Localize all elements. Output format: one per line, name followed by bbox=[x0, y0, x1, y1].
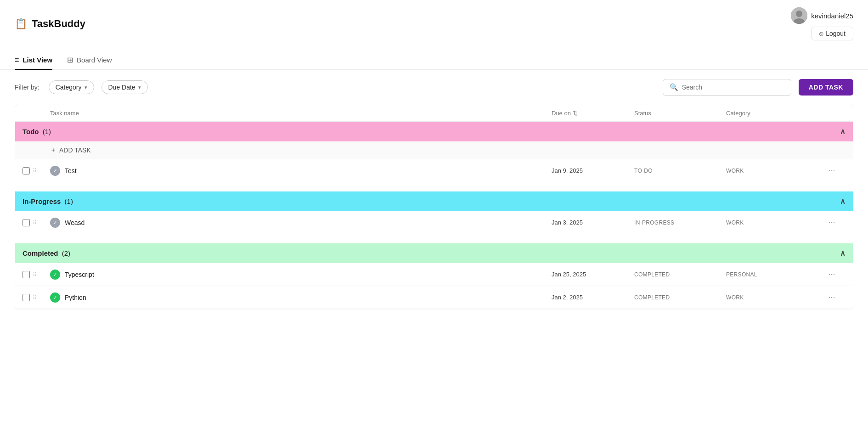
svg-point-1 bbox=[796, 11, 802, 17]
task-category-t1: WORK bbox=[726, 168, 818, 174]
task-check-area-t2: ⠿ bbox=[23, 219, 50, 226]
section-header-todo[interactable]: Todo (1) ∧ bbox=[15, 122, 853, 141]
gap-1 bbox=[15, 182, 853, 191]
table-row: ⠿ ✓ Test Jan 9, 2025 TO-DO WORK ··· bbox=[15, 159, 853, 182]
task-name-area-t4: ✓ Pythion bbox=[50, 292, 552, 303]
section-inprogress-label: In-Progress (1) bbox=[23, 197, 73, 205]
header: 📋 TaskBuddy kevindaniel25 ⎋ Logout bbox=[0, 0, 868, 48]
tab-board-view[interactable]: ⊞ Board View bbox=[67, 56, 112, 70]
search-icon: 🔍 bbox=[670, 83, 678, 91]
section-completed-label: Completed (2) bbox=[23, 249, 70, 257]
col-due-on: Due on ⇅ bbox=[552, 110, 634, 117]
due-date-chevron-icon: ▾ bbox=[138, 84, 141, 90]
gap-2 bbox=[15, 234, 853, 243]
section-inprogress-count: (1) bbox=[65, 197, 73, 205]
task-due-t2: Jan 3, 2025 bbox=[552, 219, 634, 226]
plus-icon-todo: ＋ bbox=[50, 146, 56, 154]
category-filter-label: Category bbox=[56, 84, 82, 91]
completed-collapse-icon: ∧ bbox=[840, 249, 845, 258]
task-name-t3: Typescript bbox=[65, 271, 94, 278]
user-area: kevindaniel25 ⎋ Logout bbox=[791, 7, 853, 40]
col-category: Category bbox=[726, 110, 818, 117]
task-check-area: ⠿ bbox=[23, 167, 50, 174]
task-category-t3: PERSONAL bbox=[726, 271, 818, 278]
section-todo-label: Todo (1) bbox=[23, 128, 51, 135]
task-table: Task name Due on ⇅ Status Category Todo … bbox=[15, 105, 853, 309]
toolbar: Filter by: Category ▾ Due Date ▾ 🔍 ADD T… bbox=[0, 70, 868, 105]
task-checkbox-t4[interactable] bbox=[23, 294, 30, 301]
task-status-icon-t1: ✓ bbox=[50, 166, 60, 176]
add-task-inline-todo: ＋ ADD TASK bbox=[15, 141, 853, 159]
task-name-area-t3: ✓ Typescript bbox=[50, 270, 552, 280]
col-checkbox bbox=[23, 110, 50, 117]
sort-icon: ⇅ bbox=[573, 110, 578, 117]
logout-icon: ⎋ bbox=[819, 30, 823, 37]
task-category-t2: WORK bbox=[726, 219, 818, 226]
drag-handle-t2[interactable]: ⠿ bbox=[33, 219, 37, 226]
task-due-t4: Jan 2, 2025 bbox=[552, 294, 634, 301]
avatar bbox=[791, 7, 807, 24]
filter-by-label: Filter by: bbox=[15, 84, 39, 91]
app-title: TaskBuddy bbox=[32, 18, 85, 30]
task-check-area-t4: ⠿ bbox=[23, 294, 50, 301]
logout-label: Logout bbox=[826, 30, 845, 37]
task-status-t3: COMPLETED bbox=[634, 271, 726, 278]
task-due-t1: Jan 9, 2025 bbox=[552, 167, 634, 174]
task-name-area-t2: ✓ Weasd bbox=[50, 218, 552, 228]
search-box: 🔍 bbox=[663, 79, 791, 96]
task-status-t2: IN-PROGRESS bbox=[634, 219, 726, 226]
logout-button[interactable]: ⎋ Logout bbox=[812, 27, 853, 40]
task-more-btn-t4[interactable]: ··· bbox=[818, 292, 845, 303]
task-more-btn-t2[interactable]: ··· bbox=[818, 217, 845, 228]
task-name-t4: Pythion bbox=[65, 294, 86, 301]
task-checkbox-t1[interactable] bbox=[23, 167, 30, 174]
search-input[interactable] bbox=[682, 84, 784, 91]
username: kevindaniel25 bbox=[811, 12, 853, 20]
table-row: ⠿ ✓ Pythion Jan 2, 2025 COMPLETED WORK ·… bbox=[15, 286, 853, 309]
task-category-t4: WORK bbox=[726, 294, 818, 301]
logo-icon: 📋 bbox=[15, 18, 27, 30]
drag-handle-t4[interactable]: ⠿ bbox=[33, 294, 37, 301]
inprogress-collapse-icon: ∧ bbox=[840, 197, 845, 206]
table-row: ⠿ ✓ Typescript Jan 25, 2025 COMPLETED PE… bbox=[15, 263, 853, 286]
add-task-button[interactable]: ADD TASK bbox=[799, 79, 853, 96]
task-name-t2: Weasd bbox=[65, 219, 85, 226]
section-header-completed[interactable]: Completed (2) ∧ bbox=[15, 243, 853, 263]
category-filter[interactable]: Category ▾ bbox=[49, 80, 94, 94]
due-date-filter[interactable]: Due Date ▾ bbox=[101, 80, 148, 94]
category-chevron-icon: ▾ bbox=[85, 84, 87, 90]
task-checkbox-t3[interactable] bbox=[23, 271, 30, 278]
section-todo-count: (1) bbox=[43, 128, 51, 135]
drag-handle-t3[interactable]: ⠿ bbox=[33, 271, 37, 278]
section-header-inprogress[interactable]: In-Progress (1) ∧ bbox=[15, 191, 853, 211]
board-view-icon: ⊞ bbox=[67, 56, 73, 64]
task-due-t3: Jan 25, 2025 bbox=[552, 271, 634, 278]
task-name-area-t1: ✓ Test bbox=[50, 166, 552, 176]
tab-board-label: Board View bbox=[77, 56, 112, 64]
task-status-t4: COMPLETED bbox=[634, 294, 726, 301]
task-status-t1: TO-DO bbox=[634, 168, 726, 174]
table-row: ⠿ ✓ Weasd Jan 3, 2025 IN-PROGRESS WORK ·… bbox=[15, 211, 853, 234]
task-more-btn-t1[interactable]: ··· bbox=[818, 165, 845, 176]
add-task-inline-label-todo: ADD TASK bbox=[59, 146, 91, 154]
tab-list-label: List View bbox=[23, 56, 52, 64]
task-status-icon-t3: ✓ bbox=[50, 270, 60, 280]
task-more-btn-t3[interactable]: ··· bbox=[818, 269, 845, 280]
task-checkbox-t2[interactable] bbox=[23, 219, 30, 226]
drag-handle-t1[interactable]: ⠿ bbox=[33, 168, 37, 174]
col-status: Status bbox=[634, 110, 726, 117]
logo-area: 📋 TaskBuddy bbox=[15, 18, 85, 30]
col-actions bbox=[818, 110, 845, 117]
user-info: kevindaniel25 bbox=[791, 7, 853, 24]
task-check-area-t3: ⠿ bbox=[23, 271, 50, 278]
todo-collapse-icon: ∧ bbox=[840, 127, 845, 136]
task-status-icon-t2: ✓ bbox=[50, 218, 60, 228]
section-completed-count: (2) bbox=[62, 249, 70, 257]
col-task-name: Task name bbox=[50, 110, 552, 117]
tab-list-view[interactable]: ≡ List View bbox=[15, 56, 52, 70]
due-date-filter-label: Due Date bbox=[108, 84, 135, 91]
task-status-icon-t4: ✓ bbox=[50, 292, 60, 303]
task-name-t1: Test bbox=[65, 167, 77, 174]
add-task-inline-btn-todo[interactable]: ＋ ADD TASK bbox=[50, 146, 552, 154]
tabs: ≡ List View ⊞ Board View bbox=[0, 56, 868, 70]
